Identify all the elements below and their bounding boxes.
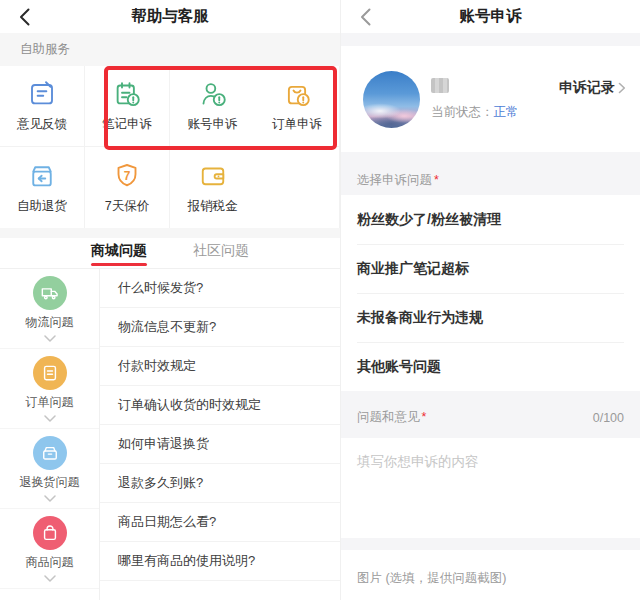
service-item-account-appeal[interactable]: 账号申诉 xyxy=(170,66,255,147)
wallet-icon xyxy=(198,161,228,191)
self-service-grid: 意见反馈 笔记申诉 账号申诉 订单申诉 xyxy=(0,66,340,228)
status-value: 正常 xyxy=(494,105,519,119)
feedback-label-row: 问题和意见* 0/100 xyxy=(357,409,624,426)
status-label: 当前状态： xyxy=(431,105,494,119)
service-item-self-return[interactable]: 自助退货 xyxy=(0,147,85,228)
faq-item[interactable]: 如何申请退换货 xyxy=(100,425,340,464)
page-title: 账号申诉 xyxy=(341,6,640,27)
return-box-icon xyxy=(27,161,57,191)
service-label: 7天保价 xyxy=(105,198,149,215)
left-header: 帮助与客服 xyxy=(0,0,340,33)
account-appeal-icon xyxy=(198,79,228,109)
char-counter: 0/100 xyxy=(593,411,624,425)
svg-text:7: 7 xyxy=(124,168,131,182)
back-icon[interactable] xyxy=(14,7,34,27)
category-logistics[interactable]: 物流问题 xyxy=(0,269,99,349)
service-item-tax-reimbursement[interactable]: 报销税金 xyxy=(170,147,255,228)
feedback-icon xyxy=(27,79,57,109)
service-label: 订单申诉 xyxy=(272,116,322,133)
appeal-option[interactable]: 商业推广笔记超标 xyxy=(357,244,624,293)
chevron-down-icon xyxy=(44,335,56,342)
page-title: 帮助与客服 xyxy=(0,6,340,27)
faq-item[interactable]: 物流信息不更新? xyxy=(100,308,340,347)
profile-info: 当前状态：正常 xyxy=(431,78,519,121)
appeal-records-label: 申诉记录 xyxy=(559,79,615,97)
shield-7-icon: 7 xyxy=(112,161,142,191)
appeal-records-link[interactable]: 申诉记录 xyxy=(559,79,626,97)
chevron-down-icon xyxy=(44,415,56,422)
faq-item[interactable]: 哪里有商品的使用说明? xyxy=(100,542,340,581)
category-rail: 物流问题 订单问题 退换货问题 xyxy=(0,269,100,600)
service-item-feedback[interactable]: 意见反馈 xyxy=(0,66,85,147)
order-appeal-icon xyxy=(282,79,312,109)
category-label: 物流问题 xyxy=(26,314,74,331)
tab-community-questions[interactable]: 社区问题 xyxy=(193,242,249,260)
divider-band xyxy=(0,228,340,238)
faq-item[interactable]: 什么时候发货? xyxy=(100,269,340,308)
faq-content: 物流问题 订单问题 退换货问题 xyxy=(0,268,340,600)
required-asterisk: * xyxy=(434,173,439,187)
category-partial[interactable] xyxy=(0,589,99,600)
category-label: 订单问题 xyxy=(26,394,74,411)
chevron-right-icon xyxy=(618,82,626,94)
profile-card: 当前状态：正常 申诉记录 xyxy=(341,46,640,152)
service-item-empty xyxy=(255,147,340,228)
chevron-down-icon xyxy=(44,575,56,582)
category-label: 退换货问题 xyxy=(20,474,80,491)
service-label: 笔记申诉 xyxy=(102,116,152,133)
question-tabs: 商城问题 社区问题 xyxy=(0,238,340,268)
select-issue-label: 选择申诉问题* xyxy=(357,172,624,189)
faq-item[interactable]: 商品日期怎么看? xyxy=(100,503,340,542)
account-appeal-screen: 账号申诉 当前状态：正常 申诉记录 选择申诉问题* xyxy=(340,0,640,600)
faq-item-partial[interactable] xyxy=(100,581,340,600)
category-products[interactable]: 商品问题 xyxy=(0,509,99,589)
image-section-label: 图片 (选填，提供问题截图) xyxy=(357,570,624,587)
parcel-icon xyxy=(33,436,67,470)
username-redacted xyxy=(431,78,449,93)
service-item-note-appeal[interactable]: 笔记申诉 xyxy=(85,66,170,147)
service-label: 报销税金 xyxy=(188,198,238,215)
image-upload-section[interactable]: 图片 (选填，提供问题截图) xyxy=(341,550,640,600)
category-orders[interactable]: 订单问题 xyxy=(0,349,99,429)
order-doc-icon xyxy=(33,356,67,390)
faq-item[interactable]: 付款时效规定 xyxy=(100,347,340,386)
required-asterisk: * xyxy=(422,410,427,424)
faq-item[interactable]: 订单确认收货的时效规定 xyxy=(100,386,340,425)
right-header: 账号申诉 xyxy=(341,0,640,33)
back-icon[interactable] xyxy=(355,7,375,27)
feedback-textarea-card xyxy=(341,438,640,538)
service-item-price-protection[interactable]: 7 7天保价 xyxy=(85,147,170,228)
avatar xyxy=(363,71,420,128)
self-service-section-label: 自助服务 xyxy=(0,33,340,66)
account-status: 当前状态：正常 xyxy=(431,104,519,121)
shopping-bag-icon xyxy=(33,516,67,550)
help-service-screen: 帮助与客服 自助服务 意见反馈 笔记申诉 账号申诉 xyxy=(0,0,340,600)
appeal-option[interactable]: 粉丝数少了/粉丝被清理 xyxy=(357,195,624,244)
feedback-label: 问题和意见* xyxy=(357,409,426,426)
note-appeal-icon xyxy=(112,79,142,109)
appeal-form: 当前状态：正常 申诉记录 选择申诉问题* 粉丝数少了/粉丝被清理 商业推广笔记超… xyxy=(341,33,640,600)
feedback-textarea[interactable] xyxy=(341,438,640,538)
service-label: 自助退货 xyxy=(17,198,67,215)
service-label: 账号申诉 xyxy=(188,116,238,133)
service-label: 意见反馈 xyxy=(17,116,67,133)
appeal-option[interactable]: 其他账号问题 xyxy=(357,342,624,391)
truck-icon xyxy=(33,276,67,310)
category-label: 商品问题 xyxy=(26,554,74,571)
chevron-down-icon xyxy=(44,495,56,502)
faq-item[interactable]: 退款多久到账? xyxy=(100,464,340,503)
appeal-option[interactable]: 未报备商业行为违规 xyxy=(357,293,624,342)
category-returns[interactable]: 退换货问题 xyxy=(0,429,99,509)
app: 帮助与客服 自助服务 意见反馈 笔记申诉 账号申诉 xyxy=(0,0,640,600)
faq-list: 什么时候发货? 物流信息不更新? 付款时效规定 订单确认收货的时效规定 如何申请… xyxy=(100,269,340,600)
appeal-options: 粉丝数少了/粉丝被清理 商业推广笔记超标 未报备商业行为违规 其他账号问题 xyxy=(341,195,640,391)
tab-mall-questions[interactable]: 商城问题 xyxy=(91,242,147,266)
service-item-order-appeal[interactable]: 订单申诉 xyxy=(255,66,340,147)
